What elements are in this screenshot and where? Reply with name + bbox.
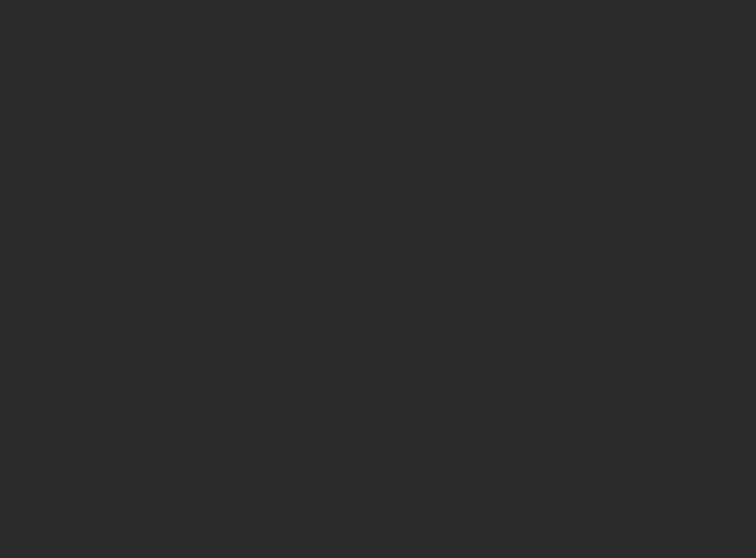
code-editor xyxy=(0,0,756,558)
